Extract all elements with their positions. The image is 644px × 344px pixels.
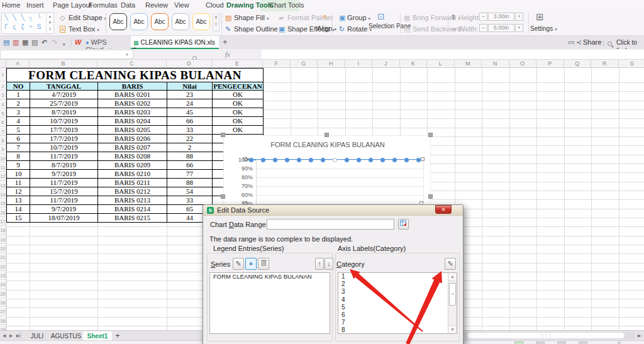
row-header-1[interactable]: 1	[0, 68, 6, 82]
table-cell[interactable]: 25/7/2019	[30, 99, 98, 108]
shape-line-icon[interactable]: ┐	[28, 14, 34, 23]
view-mode-icon[interactable]	[514, 341, 523, 344]
redo-icon[interactable]: ↷	[52, 38, 57, 47]
row-header-5[interactable]: 5	[0, 109, 6, 118]
table-cell[interactable]: 66	[167, 117, 213, 126]
share-button[interactable]: Share	[583, 38, 601, 47]
shape-connector-icon[interactable]: ~	[28, 23, 34, 33]
row-header-14[interactable]: 14	[0, 191, 6, 199]
category-list-item[interactable]: 5	[338, 304, 445, 311]
formula-input[interactable]	[262, 50, 644, 59]
table-cell[interactable]: BARIS 0201	[98, 91, 167, 99]
table-cell[interactable]: 11/7/2019	[30, 196, 98, 205]
table-cell[interactable]: BARIS 0210	[98, 170, 167, 179]
scrollbar-down-icon[interactable]: ▼	[448, 325, 457, 333]
width-value[interactable]: 5.00in	[488, 24, 514, 32]
row-header-12[interactable]: 12	[0, 172, 6, 180]
table-cell[interactable]: 2	[167, 143, 213, 152]
print-icon[interactable]: ▦	[22, 38, 28, 47]
share-icon[interactable]: ≺	[576, 38, 582, 47]
table-cell[interactable]: 11/7/2019	[30, 179, 98, 187]
row-header-11[interactable]: 11	[0, 164, 6, 172]
column-header-H[interactable]: H	[318, 60, 345, 68]
chart-title[interactable]: FORM CLEANING KIPAS BULANAN	[224, 141, 431, 150]
table-cell[interactable]: 17/7/2019	[30, 135, 98, 143]
gallery-more-icon[interactable]: ≡	[49, 27, 52, 31]
column-header-J[interactable]: J	[372, 60, 400, 68]
table-cell[interactable]: 54	[167, 187, 213, 196]
scroll-right-icon[interactable]: ▶	[638, 333, 641, 338]
table-cell[interactable]: BARIS 0215	[98, 214, 167, 223]
table-cell[interactable]: 11/7/2019	[30, 152, 98, 161]
series-edit-button[interactable]: ✎	[233, 258, 244, 270]
chart-handle-top-left[interactable]	[221, 133, 225, 137]
table-cell[interactable]: 6	[7, 135, 30, 143]
ribbon-tab-review[interactable]: Review	[145, 1, 168, 9]
new-tab-button[interactable]: +	[223, 38, 228, 46]
text-box-button[interactable]: Text Box▾	[69, 25, 99, 33]
row-header-10[interactable]: 10	[0, 155, 6, 163]
shape-fill-button[interactable]: Shape Fill▾	[234, 14, 269, 21]
series-add-button[interactable]: +	[245, 258, 257, 270]
width-increase-button[interactable]: +	[515, 24, 523, 32]
table-cell[interactable]: OK	[213, 126, 264, 135]
shape-connector-icon[interactable]: ζ	[19, 23, 26, 33]
view-mode-icon[interactable]	[557, 341, 566, 344]
table-cell[interactable]: BARIS 0202	[98, 99, 167, 108]
table-header-cell[interactable]: NO	[7, 82, 30, 91]
table-cell[interactable]: 12	[7, 187, 30, 196]
height-increase-button[interactable]: +	[515, 13, 523, 21]
style-more-icon[interactable]: ≡	[215, 22, 218, 26]
column-header-R[interactable]: R	[591, 60, 619, 68]
table-cell[interactable]: 9	[7, 161, 30, 170]
chart-handle-right-middle[interactable]	[428, 194, 433, 199]
quick-access-more-icon[interactable]: ▾	[63, 40, 65, 48]
table-cell[interactable]: 45	[167, 108, 213, 117]
table-title-cell[interactable]: FORM CLEANING KIPAS BULANAN	[7, 69, 264, 82]
table-cell[interactable]: 8/7/2019	[30, 108, 98, 117]
table-cell[interactable]: 10/7/2019	[30, 143, 98, 152]
group-button[interactable]: Group▾	[347, 14, 370, 21]
table-cell[interactable]: 11	[7, 179, 30, 187]
table-cell[interactable]: BARIS 0212	[98, 187, 167, 196]
chart-handle-top-right[interactable]	[428, 133, 433, 137]
row-header-19[interactable]: 19	[0, 236, 6, 244]
row-header-25[interactable]: 25	[0, 290, 6, 298]
settings-button[interactable]: Settings▾	[530, 25, 557, 32]
table-cell[interactable]: 10/7/2019	[30, 117, 98, 126]
table-cell[interactable]: 7	[7, 143, 30, 152]
table-cell[interactable]: OK	[213, 99, 264, 108]
align-button[interactable]: Align▾	[317, 25, 336, 32]
tab-wps-cloud[interactable]: ● WPS Cloud✕	[86, 36, 130, 49]
row-header-9[interactable]: 9	[0, 145, 6, 153]
category-list-item[interactable]: 1	[338, 273, 445, 280]
scrollbar-up-icon[interactable]: ▲	[448, 273, 457, 281]
shape-connector-icon[interactable]: Γ	[3, 23, 9, 33]
table-cell[interactable]: 9/7/2019	[30, 170, 98, 179]
select-all-corner[interactable]	[0, 60, 6, 68]
column-header-D[interactable]: D	[167, 60, 212, 68]
table-cell[interactable]: 24	[167, 99, 213, 108]
row-header-23[interactable]: 23	[0, 272, 6, 280]
ribbon-tab-data[interactable]: Data	[121, 1, 135, 9]
selection-pane-button[interactable]: Selection Pane	[369, 23, 397, 29]
table-cell[interactable]: 1	[7, 91, 30, 99]
shape-outline-button[interactable]: Shape Outline▾	[234, 25, 282, 33]
row-header-13[interactable]: 13	[0, 182, 6, 190]
table-cell[interactable]: 4/7/2019	[30, 91, 98, 99]
row-header-26[interactable]: 26	[0, 299, 6, 307]
table-cell[interactable]: 18/07/2019	[30, 214, 98, 223]
row-header-28[interactable]: 28	[0, 317, 6, 325]
table-cell[interactable]: BARIS 0206	[98, 135, 167, 143]
table-cell[interactable]: 8	[7, 152, 30, 161]
shape-connector-icon[interactable]: S	[36, 23, 42, 33]
table-cell[interactable]: 4	[7, 117, 30, 126]
category-list-item[interactable]: 8	[338, 326, 445, 334]
column-header-O[interactable]: O	[509, 60, 537, 68]
sheet-nav-next-icon[interactable]: ▶	[9, 333, 13, 338]
table-cell[interactable]: 88	[167, 179, 213, 187]
style-gallery-more[interactable]: ▼≡	[213, 14, 219, 31]
column-header-I[interactable]: I	[345, 60, 373, 68]
shape-gallery[interactable]: ╲╲╲┐└ Γςζ~S ▲▼≡	[1, 13, 54, 34]
height-value[interactable]: 3.00in	[488, 13, 514, 21]
